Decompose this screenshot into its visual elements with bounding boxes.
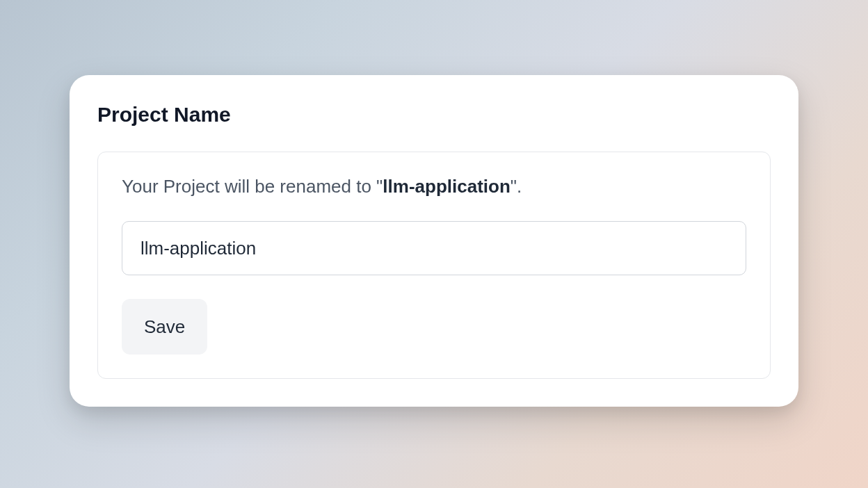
rename-preview-text: Your Project will be renamed to "llm-app…	[122, 176, 746, 197]
save-button[interactable]: Save	[122, 299, 207, 355]
project-name-card: Project Name Your Project will be rename…	[70, 75, 798, 407]
project-name-input[interactable]	[122, 221, 746, 275]
card-title: Project Name	[97, 103, 771, 127]
preview-suffix: ".	[511, 176, 522, 197]
rename-panel: Your Project will be renamed to "llm-app…	[97, 152, 771, 379]
preview-value: llm-application	[383, 176, 510, 197]
preview-prefix: Your Project will be renamed to "	[122, 176, 383, 197]
